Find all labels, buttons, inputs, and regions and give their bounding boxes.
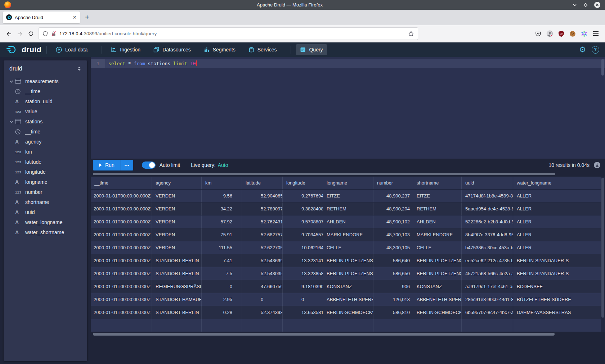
- table-cell: [513, 319, 601, 332]
- nav-item-segments[interactable]: Segments: [200, 44, 239, 55]
- nav-item-ingestion[interactable]: Ingestion: [107, 44, 144, 55]
- column-header-shortname[interactable]: shortname: [413, 177, 462, 189]
- auto-limit-toggle[interactable]: [142, 161, 156, 169]
- sidebar-column-water-shortname[interactable]: Awater_shortname: [4, 227, 87, 237]
- sidebar-column--time[interactable]: __time: [4, 86, 87, 96]
- nav-item-services[interactable]: Services: [245, 44, 281, 55]
- live-query-label: Live query:: [191, 162, 215, 168]
- back-button-icon[interactable]: [4, 28, 14, 39]
- sidebar-column-shortname[interactable]: Ashortname: [4, 197, 87, 207]
- clock-icon: [15, 129, 22, 135]
- table-cell: 48,900,237: [373, 190, 413, 202]
- table-row: 2000-01-01T00:00:00.000ZVERDEN75.9152.68…: [91, 228, 601, 241]
- tree-item-label: longitude: [25, 169, 46, 175]
- sidebar-column-station-uuid[interactable]: Astation_uuid: [4, 96, 87, 106]
- column-header--time[interactable]: __time: [91, 177, 152, 189]
- results-splitter[interactable]: [91, 172, 605, 177]
- table-cell: VERDEN: [152, 241, 202, 254]
- vertical-scrollbar[interactable]: [601, 177, 605, 332]
- menu-hamburger-icon[interactable]: [590, 28, 601, 39]
- vertical-scrollbar-thumb[interactable]: [601, 178, 604, 318]
- nav-item-query[interactable]: Query: [296, 44, 327, 55]
- sort-icon[interactable]: [77, 66, 81, 71]
- run-more-button[interactable]: •••: [121, 160, 133, 170]
- live-query-value[interactable]: Auto: [218, 162, 228, 168]
- new-tab-button[interactable]: +: [85, 13, 89, 22]
- table-row: 2000-01-01T00:00:00.000ZVERDEN9.5652.904…: [91, 190, 601, 203]
- cookie-extension-icon[interactable]: [567, 28, 578, 39]
- column-header-latitude[interactable]: latitude: [242, 177, 283, 189]
- tracking-protection-shield-icon[interactable]: [42, 31, 48, 37]
- table-cell: BÜTZFLETHER SÜDERE: [513, 293, 601, 306]
- sidebar-column--time[interactable]: __time: [4, 127, 87, 137]
- sidebar-column-latitude[interactable]: 123latitude: [4, 157, 87, 167]
- sidebar-table-stations[interactable]: stations: [4, 117, 87, 127]
- column-header-longname[interactable]: longname: [323, 177, 373, 189]
- colorful-extension-icon[interactable]: [578, 28, 590, 39]
- column-header-water-longname[interactable]: water_longname: [513, 177, 601, 189]
- sidebar-column-agency[interactable]: Aagency: [4, 137, 87, 147]
- segments-icon: [204, 47, 210, 53]
- bookmark-star-icon[interactable]: [408, 31, 414, 37]
- druid-logo[interactable]: druid: [6, 45, 41, 54]
- run-button[interactable]: Run: [93, 160, 121, 170]
- query-editor[interactable]: 1 select * from stations limit 10: [91, 57, 605, 159]
- column-header-longitude[interactable]: longitude: [283, 177, 323, 189]
- table-cell: 126,013: [373, 293, 413, 306]
- pocket-icon[interactable]: [532, 28, 544, 39]
- window-title: Apache Druid — Mozilla Firefox: [11, 2, 568, 8]
- sql-token: 10: [190, 61, 196, 66]
- table-cell: 2000-01-01T00:00:00.000Z: [91, 280, 152, 293]
- ublock-origin-icon[interactable]: uO: [555, 28, 567, 39]
- column-header-number[interactable]: number: [373, 177, 413, 189]
- sidebar-column-km[interactable]: 123km: [4, 147, 87, 157]
- table-cell: 52.7624312749: [242, 215, 283, 228]
- help-icon[interactable]: ?: [592, 46, 599, 54]
- sidebar-column-longitude[interactable]: 123longitude: [4, 167, 87, 177]
- url-text[interactable]: 172.18.0.4:30899/unified-console.html#qu…: [59, 31, 405, 36]
- sidebar-table-measurements[interactable]: measurements: [4, 76, 87, 86]
- splitter-handle[interactable]: [93, 173, 555, 175]
- horizontal-scrollbar[interactable]: [91, 332, 605, 336]
- table-cell: 2000-01-01T00:00:00.000Z: [91, 203, 152, 215]
- table-cell: BERLIN-SCHMOECKWITZ: [323, 306, 373, 319]
- window-maximize-icon[interactable]: [583, 3, 588, 8]
- sidebar-column-water-longname[interactable]: Awater_longname: [4, 217, 87, 227]
- nav-item-datasources[interactable]: Datasources: [149, 44, 195, 55]
- sidebar-column-value[interactable]: 123value: [4, 106, 87, 117]
- sidebar-column-uuid[interactable]: Auuid: [4, 207, 87, 217]
- sql-token: from: [134, 61, 145, 66]
- sidebar-column-longname[interactable]: Alongname: [4, 177, 87, 187]
- horizontal-scrollbar-thumb[interactable]: [93, 333, 555, 336]
- tree-item-label: value: [25, 109, 37, 114]
- table-cell: 57.92: [202, 215, 242, 228]
- forward-button-icon[interactable]: [14, 28, 25, 39]
- editor-code-line[interactable]: select * from stations limit 10: [105, 59, 605, 68]
- editor-scrollbar-thumb[interactable]: [601, 59, 604, 76]
- sql-token: [187, 61, 190, 66]
- table-cell: 2000-01-01T00:00:00.000Z: [91, 254, 152, 267]
- table-cell: VERDEN: [152, 203, 202, 215]
- window-close-icon[interactable]: [594, 1, 601, 8]
- url-bar[interactable]: 172.18.0.4:30899/unified-console.html#qu…: [39, 28, 418, 40]
- tree-item-label: latitude: [25, 159, 41, 165]
- nav-item-load-data[interactable]: Load data: [52, 44, 91, 55]
- sidebar-column-number[interactable]: 123number: [4, 187, 87, 197]
- settings-gear-icon[interactable]: ⚙: [579, 46, 586, 53]
- table-cell: 28ec91e8-90c0-44d1-8f: [462, 293, 513, 306]
- table-cell: MARKLENDORF: [413, 228, 462, 241]
- column-header-km[interactable]: km: [202, 177, 242, 189]
- insecure-lock-icon[interactable]: [51, 31, 56, 37]
- table-cell: STANDORT BERLIN: [152, 306, 202, 319]
- profile-icon[interactable]: [544, 28, 555, 39]
- window-minimize-icon[interactable]: [572, 3, 577, 8]
- tab-apache-druid[interactable]: Apache Druid ✕: [3, 12, 80, 23]
- line-number: 1: [91, 59, 105, 68]
- table-cell: 47.6607501391: [242, 280, 283, 293]
- column-header-agency[interactable]: agency: [152, 177, 202, 189]
- tab-close-icon[interactable]: ✕: [72, 15, 77, 20]
- reload-button-icon[interactable]: [25, 28, 36, 39]
- schema-title: druid: [9, 65, 77, 72]
- column-header-uuid[interactable]: uuid: [462, 177, 513, 189]
- download-results-icon[interactable]: [593, 161, 601, 169]
